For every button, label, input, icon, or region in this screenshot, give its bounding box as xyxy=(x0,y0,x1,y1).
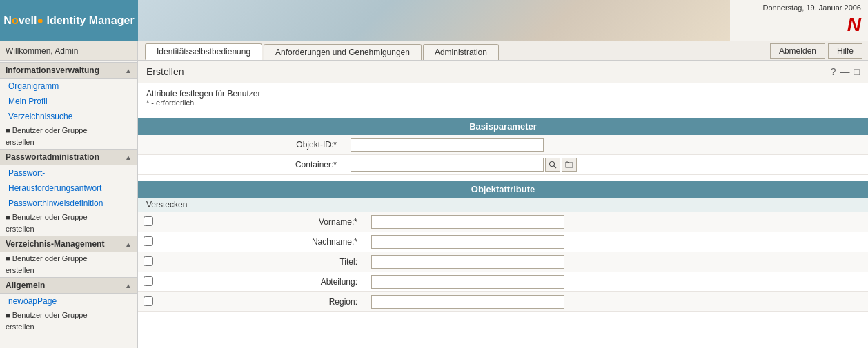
chevron-icon-2: ▲ xyxy=(125,154,132,161)
hilfe-button[interactable]: Hilfe xyxy=(828,43,862,59)
region-input[interactable] xyxy=(371,295,564,309)
sidebar-section-verzeichnis: Verzeichnis-Management ▲ xyxy=(0,236,137,252)
erstellen-header: Erstellen ? — □ xyxy=(138,61,868,83)
verstecken-button[interactable]: Verstecken xyxy=(138,198,868,212)
help-icon[interactable]: ? xyxy=(831,66,836,77)
svg-point-0 xyxy=(550,162,555,167)
sidebar-sub-benutzer-3: ■ Benutzer oder Gruppe xyxy=(0,252,137,265)
vorname-checkbox[interactable] xyxy=(144,216,153,226)
table-row: Vorname:* xyxy=(138,212,868,232)
objektattribute-header: Objektattribute xyxy=(138,181,868,198)
sidebar-item-herausforderung[interactable]: Herausforderungsantwort xyxy=(0,181,137,196)
minimize-icon[interactable]: — xyxy=(840,66,850,77)
tab-anforderungen[interactable]: Anforderungen und Genehmigungen xyxy=(264,44,422,60)
table-row: Nachname:* xyxy=(138,232,868,252)
main-layout: Informationsverwaltung ▲ Organigramm Mei… xyxy=(0,61,868,348)
sidebar-section-informationsverwaltung: Informationsverwaltung ▲ xyxy=(0,62,137,79)
chevron-icon-3: ▲ xyxy=(125,240,132,248)
sidebar-create-1: erstellen xyxy=(0,136,137,147)
nachname-label: Nachname:* xyxy=(159,232,366,252)
maximize-icon[interactable]: □ xyxy=(854,66,860,77)
header-right: Donnerstag, 19. Januar 2006 N xyxy=(730,0,868,41)
n-logo: N xyxy=(847,14,861,36)
abteilung-checkbox[interactable] xyxy=(144,276,153,286)
table-row: Abteilung: xyxy=(138,272,868,292)
folder-icon xyxy=(565,161,573,169)
sidebar-item-verzeichnissuche[interactable]: Verzeichnissuche xyxy=(0,109,137,124)
table-row: Titel: xyxy=(138,252,868,272)
sidebar-item-organigramm[interactable]: Organigramm xyxy=(0,79,137,94)
vorname-input[interactable] xyxy=(371,215,564,229)
container-input-group xyxy=(351,158,862,172)
sidebar-sub-benutzer-1: ■ Benutzer oder Gruppe xyxy=(0,124,137,136)
basisparameter-table: Objekt-ID:* Container:* xyxy=(138,135,868,175)
nachname-checkbox[interactable] xyxy=(144,236,153,246)
sidebar-section-allgemein: Allgemein ▲ xyxy=(0,277,137,294)
abteilung-input[interactable] xyxy=(371,275,564,289)
sidebar-item-passwort[interactable]: Passwort- xyxy=(0,165,137,181)
logo-area: Novell● Identity Manager xyxy=(0,0,138,41)
nachname-input[interactable] xyxy=(371,235,564,249)
table-row: Region: xyxy=(138,292,868,312)
erstellen-title: Erstellen xyxy=(146,66,184,77)
date-display: Donnerstag, 19. Januar 2006 xyxy=(763,3,862,12)
welcome-message: Willkommen, Admin xyxy=(0,41,138,60)
svg-line-1 xyxy=(554,166,557,169)
vorname-label: Vorname:* xyxy=(159,212,366,232)
tab-identitat[interactable]: Identitätsselbstbedienung xyxy=(145,43,262,60)
basisparameter-header: Basisparameter xyxy=(138,118,868,135)
container-browse-button[interactable] xyxy=(562,158,577,172)
description-text: Attribute festlegen für Benutzer xyxy=(146,89,860,99)
container-search-button[interactable] xyxy=(545,158,560,172)
abteilung-label: Abteilung: xyxy=(159,272,366,292)
erstellen-window-controls: ? — □ xyxy=(831,66,860,77)
sidebar-create-4: erstellen xyxy=(0,321,137,332)
sidebar: Informationsverwaltung ▲ Organigramm Mei… xyxy=(0,61,138,348)
abmelden-button[interactable]: Abmelden xyxy=(770,43,825,59)
nav-bar: Willkommen, Admin Identitätsselbstbedien… xyxy=(0,41,868,61)
titel-label: Titel: xyxy=(159,252,366,272)
sidebar-item-passworthinweis[interactable]: Passworthinweisdefinition xyxy=(0,196,137,211)
container-label: Container:* xyxy=(138,155,345,175)
required-note: * - erforderlich. xyxy=(146,99,860,107)
nav-buttons: Abmelden Hilfe xyxy=(770,41,868,60)
sidebar-section-passwortadministration: Passwortadministration ▲ xyxy=(0,149,137,165)
sidebar-item-mein-profil[interactable]: Mein Profil xyxy=(0,94,137,109)
titel-checkbox[interactable] xyxy=(144,256,153,266)
logo: Novell● Identity Manager xyxy=(3,14,134,27)
description-area: Attribute festlegen für Benutzer * - erf… xyxy=(138,83,868,112)
objektattribute-table: Vorname:* Nachname:* Titel: Abteilung: R xyxy=(138,212,868,312)
sidebar-create-3: erstellen xyxy=(0,265,137,276)
content-area: Erstellen ? — □ Attribute festlegen für … xyxy=(138,61,868,348)
chevron-icon-4: ▲ xyxy=(125,282,132,289)
objekt-id-cell xyxy=(345,135,868,155)
objekt-id-input[interactable] xyxy=(351,138,544,152)
sidebar-create-2: erstellen xyxy=(0,223,137,234)
tab-administration[interactable]: Administration xyxy=(423,44,499,60)
header-banner xyxy=(138,0,730,41)
search-icon xyxy=(549,161,557,169)
container-input[interactable] xyxy=(351,158,544,172)
header-image xyxy=(138,0,730,41)
chevron-icon: ▲ xyxy=(125,67,132,74)
region-label: Region: xyxy=(159,292,366,312)
sidebar-sub-benutzer-4: ■ Benutzer oder Gruppe xyxy=(0,309,137,321)
header: Novell● Identity Manager Donnerstag, 19.… xyxy=(0,0,868,41)
container-cell xyxy=(345,155,868,175)
titel-input[interactable] xyxy=(371,255,564,269)
objekt-id-label: Objekt-ID:* xyxy=(138,135,345,155)
sidebar-sub-benutzer-2: ■ Benutzer oder Gruppe xyxy=(0,211,137,223)
table-row: Objekt-ID:* xyxy=(138,135,868,155)
table-row: Container:* xyxy=(138,155,868,175)
svg-rect-2 xyxy=(566,163,573,167)
sidebar-item-newoaeppage[interactable]: newöäpPage xyxy=(0,294,137,309)
tabs: Identitätsselbstbedienung Anforderungen … xyxy=(138,41,770,60)
region-checkbox[interactable] xyxy=(144,296,153,306)
